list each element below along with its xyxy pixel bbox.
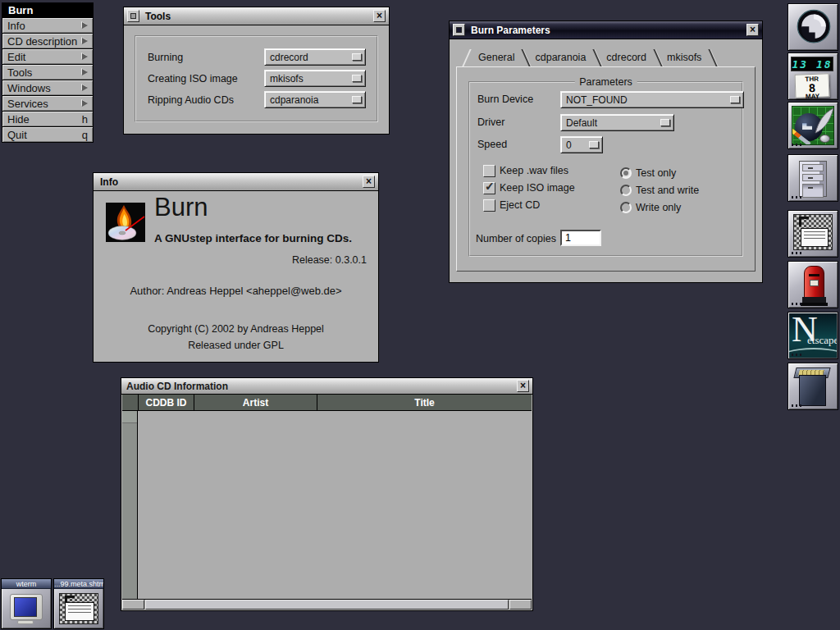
- test-only-radio[interactable]: Test only: [620, 167, 676, 180]
- dock-tile-clock-calendar[interactable]: 13 18 THR 8 MAY: [788, 52, 838, 100]
- menu-title[interactable]: Burn: [2, 2, 94, 18]
- miniaturize-button[interactable]: [127, 10, 139, 22]
- checkbox-icon: ✓: [483, 165, 495, 177]
- copies-label: Number of copies: [476, 233, 556, 244]
- column-header-artist[interactable]: Artist: [194, 395, 317, 410]
- scrollbar-thumb[interactable]: [145, 600, 509, 609]
- popup-glyph-icon: [589, 141, 599, 148]
- close-button[interactable]: ×: [363, 176, 375, 188]
- app-menu: Burn Info CD description Edit Tools Wind…: [2, 2, 94, 143]
- parameters-tabstrip: General cdparanoia cdrecord mkisofs: [466, 48, 715, 66]
- radio-label: Write only: [636, 202, 681, 213]
- radio-label: Test only: [636, 167, 676, 179]
- keep-wav-checkbox[interactable]: ✓ Keep .wav files: [483, 164, 568, 177]
- tab-cdrecord[interactable]: cdrecord: [600, 52, 653, 63]
- menu-item-hide[interactable]: Hide h: [2, 112, 94, 127]
- netscape-wordmark: etscape: [807, 334, 837, 347]
- eject-cd-checkbox[interactable]: ✓ Eject CD: [483, 199, 540, 212]
- iso-popup[interactable]: mkisofs: [264, 70, 366, 87]
- menu-item-label: Tools: [7, 66, 32, 79]
- burning-popup[interactable]: cdrecord: [264, 48, 366, 66]
- popup-value: mkisofs: [270, 73, 304, 84]
- dock-tile-gnustep[interactable]: [788, 3, 838, 51]
- burn-device-popup[interactable]: NOT_FOUND: [560, 91, 744, 108]
- menu-item-tools[interactable]: Tools: [2, 65, 94, 80]
- menu-item-quit[interactable]: Quit q: [2, 127, 94, 143]
- terminal-monitor-icon: [10, 594, 43, 620]
- popup-value: cdrecord: [270, 52, 308, 63]
- dock-tile-archive[interactable]: [788, 363, 838, 410]
- dock-tile-text-editor[interactable]: [788, 210, 838, 258]
- row-number-cell: [122, 411, 137, 423]
- radio-icon: [620, 202, 632, 213]
- calendar-month: MAY: [796, 93, 829, 100]
- close-button[interactable]: ×: [517, 380, 529, 392]
- burn-app-icon: [106, 203, 145, 242]
- author-line: Author: Andreas Heppel <aheppel@web.de>: [94, 285, 378, 297]
- miniaturize-button[interactable]: [453, 24, 465, 36]
- column-header-cddb-id[interactable]: CDDB ID: [139, 395, 194, 410]
- dock-tile-file-cabinet[interactable]: [788, 154, 838, 202]
- horizontal-scrollbar[interactable]: [122, 599, 532, 609]
- open-drawer: [802, 184, 824, 198]
- document-shape: [65, 602, 94, 621]
- column-header-title[interactable]: Title: [317, 395, 532, 410]
- speed-popup[interactable]: 0: [560, 136, 603, 153]
- popup-glyph-icon: [352, 53, 362, 61]
- info-titlebar[interactable]: Info ×: [94, 173, 378, 191]
- table-header-row: CDDB ID Artist Title: [122, 395, 532, 411]
- burn-parameters-window: Burn Parameters × General cdparanoia cdr…: [449, 21, 763, 283]
- running-indicator: [792, 303, 804, 305]
- table-body[interactable]: [122, 411, 532, 599]
- lcd-clock: 13 18: [791, 57, 833, 71]
- burn-parameters-titlebar[interactable]: Burn Parameters ×: [450, 21, 762, 39]
- corner-header: [122, 395, 139, 410]
- copies-input[interactable]: [560, 230, 601, 246]
- miniwindow-document[interactable]: ...99.meta.shtml: [53, 578, 104, 629]
- menu-item-label: Info: [7, 20, 25, 32]
- write-only-radio[interactable]: Write only: [620, 201, 681, 214]
- miniwindow-wterm[interactable]: wterm: [1, 578, 52, 629]
- submenu-arrow-icon: [82, 69, 88, 75]
- scrollbar-left-button[interactable]: [122, 600, 144, 609]
- tab-divider: [709, 49, 718, 66]
- ripping-popup[interactable]: cdparanoia: [264, 91, 366, 108]
- menu-item-label: Services: [7, 98, 48, 110]
- dock-tile-paint-app[interactable]: [788, 102, 838, 149]
- driver-label: Driver: [477, 116, 504, 128]
- running-indicator: [792, 354, 804, 356]
- audio-titlebar[interactable]: Audio CD Information ×: [121, 378, 532, 395]
- dock-tile-mail[interactable]: [788, 261, 838, 308]
- screw-shape: [819, 135, 830, 143]
- file-cabinet-icon: [799, 161, 827, 197]
- menu-item-services[interactable]: Services: [2, 96, 94, 112]
- close-button[interactable]: ×: [746, 24, 759, 36]
- mail-slot: [809, 274, 819, 276]
- scrollbar-right-button[interactable]: [509, 600, 532, 609]
- tab-mkisofs[interactable]: mkisofs: [660, 52, 708, 63]
- miniwindow-title: ...99.meta.shtml: [54, 579, 103, 589]
- keep-iso-checkbox[interactable]: ✓ Keep ISO image: [483, 181, 575, 194]
- popup-glyph-icon: [352, 96, 362, 103]
- dock-tile-netscape[interactable]: N etscape: [788, 312, 838, 359]
- submenu-arrow-icon: [82, 100, 88, 107]
- tab-cdparanoia[interactable]: cdparanoia: [528, 52, 592, 63]
- tools-window: Tools × Burning cdrecord Creating ISO im…: [123, 7, 390, 135]
- menu-item-info[interactable]: Info: [2, 18, 94, 34]
- menu-item-cd-description[interactable]: CD description: [2, 34, 94, 49]
- driver-popup[interactable]: Default: [560, 114, 674, 131]
- tools-titlebar[interactable]: Tools ×: [124, 7, 389, 25]
- menu-item-edit[interactable]: Edit: [2, 49, 94, 65]
- close-button[interactable]: ×: [373, 10, 386, 22]
- burning-label: Burning: [148, 52, 183, 63]
- test-and-write-radio[interactable]: Test and write: [620, 184, 699, 197]
- parameters-groupbox: Parameters Burn Device NOT_FOUND Driver …: [468, 81, 743, 257]
- tab-general[interactable]: General: [472, 52, 521, 63]
- submenu-arrow-icon: [82, 22, 88, 29]
- popup-value: 0: [566, 139, 572, 151]
- postbox-base: [802, 297, 826, 303]
- tab-divider: [462, 49, 471, 66]
- menu-item-windows[interactable]: Windows: [2, 80, 94, 96]
- check-icon: ✓: [485, 180, 495, 193]
- postbox-base: [801, 303, 828, 306]
